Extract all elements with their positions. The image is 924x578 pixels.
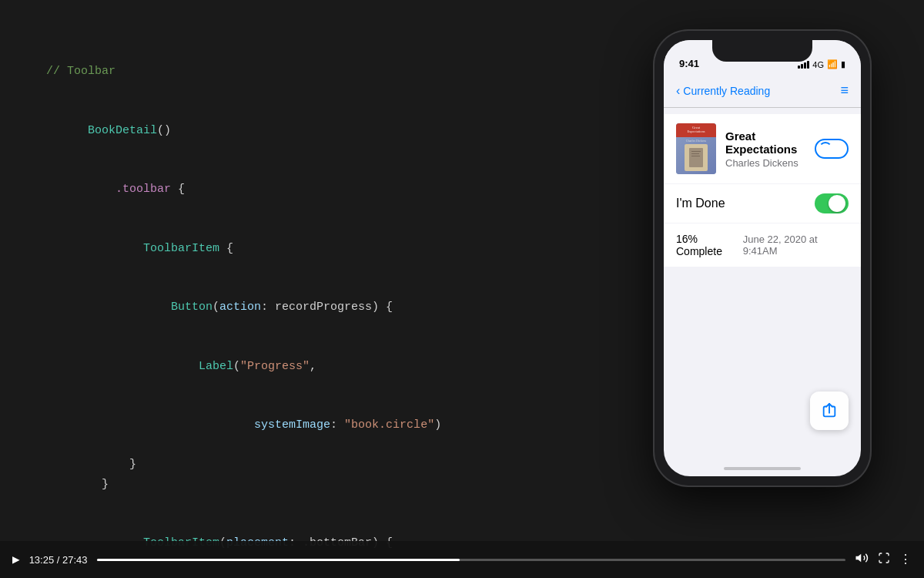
code-line-5: Label("Progress", [46, 337, 323, 396]
signal-bars [798, 61, 809, 69]
phone-screen: 9:41 4G 📶 ▮ [664, 40, 861, 476]
share-button[interactable] [810, 391, 849, 430]
time-display: 13:25 / 27:43 [29, 554, 88, 566]
video-container: // Toolbar BookDetail() .toolbar { Toolb… [0, 0, 924, 578]
book-toggle-loading[interactable] [815, 139, 849, 159]
progress-percent: 16% Complete [676, 233, 743, 257]
signal-bar-4 [807, 61, 809, 69]
toggle-knob [829, 195, 845, 212]
volume-icon [855, 551, 869, 565]
book-cover-author-text: Charles Dickens [676, 139, 716, 143]
code-type-bookdetail: BookDetail [88, 124, 157, 137]
fullscreen-icon [878, 552, 890, 564]
play-button[interactable]: ▶ [12, 552, 20, 567]
book-cover: GreatExpectations Charles Dickens [676, 123, 716, 174]
code-line-6: systemImage: "book.circle") [46, 396, 323, 455]
phone-notch [712, 40, 812, 62]
signal-bar-1 [798, 66, 800, 69]
phone-mockup: 9:41 4G 📶 ▮ [654, 31, 870, 486]
more-options-button[interactable]: ⋮ [899, 552, 912, 567]
share-icon [821, 402, 838, 419]
volume-button[interactable] [855, 551, 869, 569]
current-time: 13:25 [29, 554, 55, 566]
done-toggle[interactable] [815, 193, 849, 213]
nav-action-button[interactable]: ≡ [840, 82, 849, 99]
status-icons: 4G 📶 ▮ [798, 59, 845, 69]
svg-marker-1 [856, 553, 862, 562]
book-cover-figure [685, 144, 708, 171]
video-controls: ▶ 13:25 / 27:43 ⋮ [0, 541, 924, 578]
progress-row: 16% Complete June 22, 2020 at 9:41AM [664, 223, 861, 267]
progress-date: June 22, 2020 at 9:41AM [743, 234, 849, 257]
nav-bar: ‹ Currently Reading ≡ [664, 74, 861, 108]
code-blank-2 [46, 494, 323, 514]
done-label: I'm Done [676, 197, 725, 210]
code-line-7: } [46, 455, 323, 475]
nav-back-button[interactable]: ‹ Currently Reading [676, 85, 770, 97]
book-cover-title-text: GreatExpectations [676, 126, 716, 133]
fullscreen-button[interactable] [878, 552, 890, 567]
book-author: Charles Dickens [725, 157, 805, 169]
network-type: 4G [812, 60, 824, 69]
video-progress-bar[interactable] [97, 559, 845, 561]
book-info: Great Expectations Charles Dickens [725, 129, 805, 169]
code-line-8: } [46, 475, 323, 495]
battery-icon: ▮ [841, 59, 845, 69]
book-row[interactable]: GreatExpectations Charles Dickens [664, 114, 861, 183]
code-line-4: Button(action: recordProgress) { [46, 278, 323, 338]
status-time: 9:41 [679, 58, 699, 69]
signal-bar-3 [804, 62, 806, 69]
code-line-1: BookDetail() [46, 101, 323, 160]
signal-bar-2 [801, 64, 803, 69]
book-title: Great Expectations [725, 129, 805, 156]
wifi-icon: 📶 [827, 59, 838, 69]
toggle-arc-icon [819, 142, 832, 156]
code-comment-line: // Toolbar [46, 62, 323, 82]
total-time: 27:43 [62, 554, 88, 566]
nav-back-label: Currently Reading [683, 85, 770, 97]
code-line-3: ToolbarItem { [46, 219, 323, 278]
done-row: I'm Done [664, 184, 861, 223]
code-area: // Toolbar BookDetail() .toolbar { Toolb… [46, 46, 323, 516]
code-line-2: .toolbar { [46, 160, 323, 220]
share-button-wrapper [810, 391, 849, 430]
code-blank-1 [46, 82, 323, 102]
time-separator: / [57, 554, 62, 566]
home-indicator [724, 467, 801, 470]
phone-body: 9:41 4G 📶 ▮ [654, 31, 870, 486]
video-progress-fill [97, 559, 460, 561]
back-chevron-icon: ‹ [676, 85, 680, 97]
